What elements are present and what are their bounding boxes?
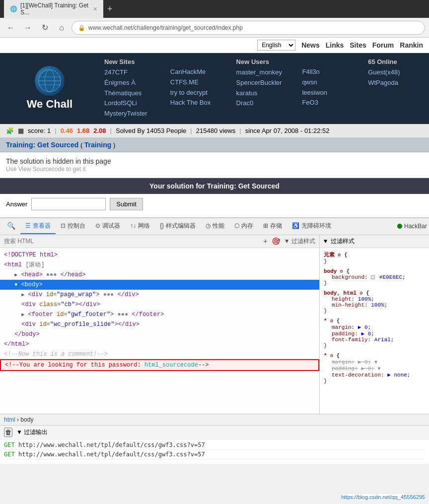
devtools-bottom-bar: html › body	[0, 414, 429, 425]
tree-line[interactable]: </body>	[0, 329, 319, 339]
memory-icon: ⬡	[234, 222, 239, 229]
css-rule-star-1: * ⚙ { margin: ▶ 0; padding: ▶ 0; font-fa…	[324, 318, 425, 349]
tag-close-html: </html>	[4, 341, 29, 348]
tree-line[interactable]: <!DOCTYPE html>	[0, 250, 319, 260]
html-scroll-attr: [滚动]	[25, 261, 44, 268]
site-ctfsme[interactable]: CTFS.ME	[170, 77, 221, 88]
devtools-tab-viewer[interactable]: ☰ 查看器	[20, 219, 56, 234]
tree-line[interactable]: <div class="cb"></div>	[0, 300, 319, 310]
user-master-monkey[interactable]: master_monkey	[236, 67, 287, 78]
user-feo3[interactable]: FeO3	[302, 98, 353, 108]
desc-text: The solution is hidden in this page	[6, 157, 423, 165]
site-canhackme[interactable]: CanHackMe	[170, 67, 221, 77]
hackbar-dot	[397, 224, 402, 229]
answer-input[interactable]	[31, 198, 106, 210]
back-button[interactable]: ←	[4, 21, 18, 35]
topnav-news[interactable]: News	[301, 41, 320, 49]
filter-label: ▼ 过滤样式	[284, 237, 315, 246]
tree-line-password[interactable]: <!--You are looking for this password: h…	[0, 359, 319, 371]
inspector-toolbar: + 🎯 ▼ 过滤样式	[0, 235, 319, 248]
online-title: 65 Online	[368, 58, 419, 65]
solution-heading: Your solution for Training: Get Sourced	[6, 182, 423, 190]
tag-div-profile: <div id="wc_profile_slide"></div>	[21, 321, 140, 328]
user-guest[interactable]: Guest(x48)	[368, 67, 419, 78]
tree-line[interactable]: <div id="wc_profile_slide"></div>	[0, 319, 319, 329]
add-rule-button[interactable]: +	[264, 237, 268, 245]
storage-icon: ⊞	[263, 222, 268, 229]
devtools-tab-performance[interactable]: ◷ 性能	[201, 219, 229, 234]
devtools-tab-memory[interactable]: ⬡ 内存	[229, 219, 258, 234]
pick-element-button[interactable]: 🎯	[272, 237, 280, 245]
puzzle-icon: 🧩	[6, 127, 14, 134]
tag-div-page-wrap: ▶ <div id="page_wrap"> ●●● </div>	[21, 291, 139, 298]
user-f4ll3n[interactable]: F4ll3n	[302, 67, 353, 77]
challenge-category-link[interactable]: Training	[84, 141, 111, 149]
devtools-tab-storage[interactable]: ⊞ 存储	[258, 219, 287, 234]
site-247ctf[interactable]: 247CTF	[104, 67, 155, 78]
forward-button[interactable]: →	[21, 21, 35, 35]
performance-icon: ◷	[206, 222, 211, 229]
topnav-ranking[interactable]: Rankin	[400, 41, 423, 49]
site-trytodecrypt[interactable]: try to decrypt	[170, 88, 221, 98]
grid-icon: ▦	[18, 127, 24, 134]
devtools-tab-debugger[interactable]: ⊙ 调试器	[90, 219, 125, 234]
user-spencerbuckler[interactable]: SpencerBuckler	[236, 78, 287, 88]
site-mysterytwister[interactable]: MysteryTwister	[104, 109, 155, 119]
home-button[interactable]: ⌂	[55, 21, 69, 35]
browser-titlebar: 🌐 [1][WeChall] Training: Get S... × +	[0, 0, 429, 18]
devtools: 🔍 ☰ 查看器 ⊡ 控制台 ⊙ 调试器 ↑↓ 网络 {} 样式编辑器 ◷ 性能 …	[0, 217, 429, 464]
devtools-tab-network[interactable]: ↑↓ 网络	[125, 219, 155, 234]
refresh-button[interactable]: ↻	[38, 21, 52, 35]
log-entry-1: GET http://www.wechall.net/tpl/default/c…	[4, 441, 425, 450]
log-entry-2: GET http://www.wechall.net/tpl/default/c…	[4, 450, 425, 459]
answer-label: Answer	[6, 200, 27, 208]
browser-toolbar: ← → ↻ ⌂ 🔒 www.wechall.net/challenge/trai…	[0, 18, 429, 38]
topnav-forum[interactable]: Forum	[372, 41, 394, 49]
tree-line[interactable]: ▶ <head> ●●● </head>	[0, 270, 319, 280]
site-lordofsqli[interactable]: LordofSQLi	[104, 98, 155, 109]
new-users-title: New Users	[236, 58, 287, 65]
devtools-tab-inspect[interactable]: 🔍	[2, 219, 20, 234]
submit-button[interactable]	[110, 198, 143, 210]
address-bar[interactable]: 🔒 www.wechall.net/challenge/training/get…	[72, 21, 425, 35]
breadcrumb-body: body	[20, 416, 33, 423]
user-qwsn[interactable]: qwsn	[302, 77, 353, 88]
more-users-col: F4ll3n qwsn leesiwon FeO3	[302, 58, 353, 119]
devtools-content: + 🎯 ▼ 过滤样式 <!DOCTYPE html> <html [滚动] ▶ …	[0, 235, 429, 414]
site-header: We Chall New Sites 247CTF Énigmes À Thém…	[0, 53, 429, 124]
trash-icon[interactable]: 🗑	[4, 428, 12, 437]
html-search-input[interactable]	[4, 238, 260, 245]
tree-line-comment[interactable]: <!--Now this is a comment!-->	[0, 349, 319, 359]
user-drac0[interactable]: Drac0	[236, 98, 287, 109]
user-karatus[interactable]: karatus	[236, 88, 287, 99]
new-tab-button[interactable]: +	[107, 4, 113, 14]
logo-text: We Chall	[27, 98, 73, 111]
language-select[interactable]: English Deutsch Français	[257, 40, 295, 51]
challenge-description: The solution is hidden in this page Use …	[0, 152, 429, 178]
score-3: 2.08	[93, 127, 106, 134]
tree-line[interactable]: ▶ <div id="page_wrap"> ●●● </div>	[0, 290, 319, 300]
hackbar-tab[interactable]: HackBar	[397, 223, 427, 230]
devtools-tab-console[interactable]: ⊡ 控制台	[56, 219, 90, 234]
browser-tab[interactable]: 🌐 [1][WeChall] Training: Get S... ×	[4, 0, 103, 19]
devtools-tab-accessibility[interactable]: ♿ 无障碍环境	[287, 219, 336, 234]
topnav-links[interactable]: Links	[326, 41, 344, 49]
user-leesiwon[interactable]: leesiwon	[302, 88, 353, 98]
site-enigmes[interactable]: Énigmes À Thématiques	[104, 78, 155, 99]
tree-line[interactable]: </html>	[0, 339, 319, 349]
site-logo: We Chall	[10, 58, 89, 119]
topnav-sites[interactable]: Sites	[350, 41, 366, 49]
tab-title: [1][WeChall] Training: Get S...	[20, 2, 90, 16]
tree-line[interactable]: <html [滚动]	[0, 260, 319, 270]
answer-form[interactable]: Answer	[0, 194, 429, 217]
site-hackthebox[interactable]: Hack The Box	[170, 98, 221, 108]
tree-line-body[interactable]: ▼ <body>	[0, 280, 319, 290]
user-wtpagoda[interactable]: WtPagoda	[368, 78, 419, 88]
devtools-tab-style-editor[interactable]: {} 样式编辑器	[155, 219, 201, 234]
tree-line[interactable]: ▶ <footer id="gwf_footer"> ●●● </footer>	[0, 310, 319, 319]
new-users-col: New Users master_monkey SpencerBuckler k…	[236, 58, 287, 119]
more-sites-col: CanHackMe CTFS.ME try to decrypt Hack Th…	[170, 58, 221, 119]
challenge-title-link[interactable]: Training: Get Sourced	[6, 141, 78, 149]
tab-close-icon[interactable]: ×	[93, 5, 97, 13]
breadcrumb-html[interactable]: html	[4, 416, 15, 423]
